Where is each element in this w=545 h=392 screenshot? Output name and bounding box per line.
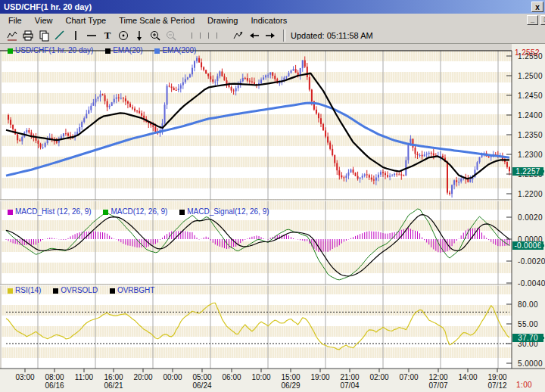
legend-item-rsi: RSI(14) [8,286,41,294]
legend-item-symbol: USD/CHF(1 hr. 20 day) [8,46,93,54]
text-tool-icon[interactable]: T [99,29,115,42]
macd-line-color-swatch [103,210,108,215]
legend-item-macd-hist: MACD_Hist (12, 26, 9) [8,207,92,216]
minimize-button[interactable]: _ [527,15,538,25]
macd-legend: MACD_Hist (12, 26, 9) MACD(12, 26, 9) MA… [8,207,279,216]
legend-item-macd-signal: MACD_Signal(12, 26, 9) [179,207,269,216]
legend-item-ema20: EMA(20) [105,46,142,54]
updated-timestamp: Updated: 05:11:58 AM [291,31,373,40]
rsi-line [6,303,509,350]
toolbar: T Updated: 05:11:58 AM [0,27,545,44]
chart-pointer-icon[interactable] [4,29,20,42]
ema200-color-swatch [154,48,160,54]
symbol-color-swatch [8,48,13,54]
rsi-legend: RSI(14) OVRSOLD OVRBGHT [8,286,164,294]
arrow-down-icon[interactable] [131,29,147,42]
menu-item-view[interactable]: View [30,14,58,27]
zoom-in-icon[interactable] [147,29,163,42]
zoom-out-icon[interactable] [163,29,179,42]
toolbar-separator [283,30,285,42]
print-icon[interactable] [20,29,36,42]
ellipse-tool-icon[interactable] [115,29,131,42]
menu-bar: File View Chart Type Time Scale & Period… [0,14,545,27]
window-controls: _ □ [527,15,545,26]
current-time-label: 1:00 [516,381,532,389]
ema20-color-swatch [105,48,111,54]
ovrsold-color-swatch [53,288,58,294]
menu-item-time-scale-period[interactable]: Time Scale & Period [114,14,200,27]
rsi-edge-mark [540,337,544,339]
vertical-line-icon[interactable] [67,29,83,42]
ovrbght-color-swatch [110,288,115,294]
separator-bar-icon[interactable] [213,29,221,42]
separator-bar-icon[interactable] [204,29,213,42]
current-macd-tag: -0.0006 [512,241,543,250]
arrow-right-icon[interactable] [262,29,278,42]
title-bar[interactable]: USD/CHF(1 hr. 20 day) x [0,0,545,14]
macd-histogram [6,228,509,253]
window-title: USD/CHF(1 hr. 20 day) [4,2,92,11]
macd-hist-color-swatch [8,210,13,215]
price-legend: USD/CHF(1 hr. 20 day) EMA(20) EMA(200) [8,46,206,54]
macd-signal-color-swatch [179,210,185,215]
rsi-color-swatch [8,288,13,294]
current-rsi-tag: 37.70 [512,334,543,342]
menu-item-drawing[interactable]: Drawing [202,14,243,27]
menu-item-indicators[interactable]: Indicators [246,14,293,27]
legend-item-ema200: EMA(200) [154,46,196,54]
legend-item-macd-line: MACD(12, 26, 9) [103,207,167,216]
chart-window: 1.25501.25001.24501.24001.23501.23001.22… [0,0,545,392]
legend-item-ovrsold: OVRSOLD [53,286,98,294]
separator-bar-icon[interactable] [188,29,196,42]
menu-item-chart-type[interactable]: Chart Type [61,14,112,27]
restore-button[interactable]: □ [540,15,545,25]
current-price-tag: 1.2257 [512,167,543,176]
macd-edge-mark [540,244,544,247]
toolbar-icons: T [4,29,278,42]
separator-bar-icon[interactable] [196,29,204,42]
close-button[interactable]: x [531,2,543,12]
svg-text:T: T [104,30,111,41]
copy-icon[interactable] [36,29,51,42]
trendline-icon[interactable] [51,29,67,42]
zigzag-icon[interactable] [230,29,246,42]
session-high-price-label: 1.2552 [515,48,540,57]
arrow-left-icon[interactable] [246,29,262,42]
chart-canvas[interactable] [0,0,545,392]
menu-item-file[interactable]: File [3,14,27,27]
price-edge-mark [540,170,544,173]
horizontal-line-icon[interactable] [83,29,99,42]
candlestick-series [8,56,509,198]
legend-item-ovrbght: OVRBGHT [110,286,154,294]
